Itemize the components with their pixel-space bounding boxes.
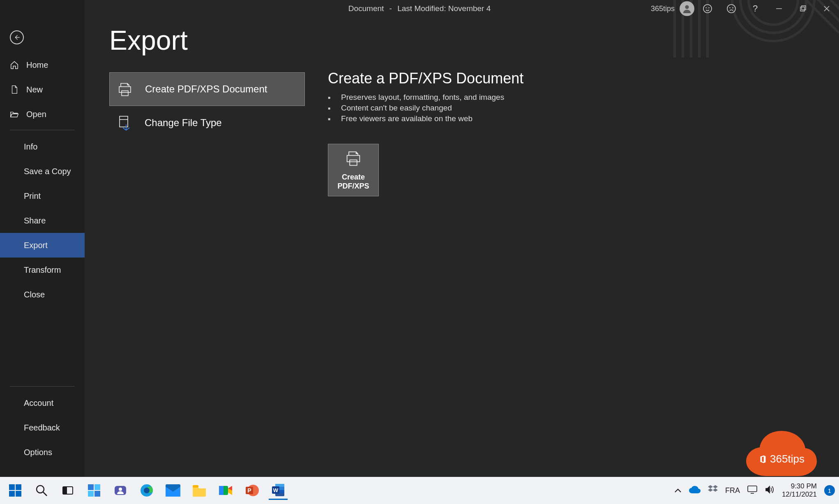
svg-rect-16 xyxy=(122,91,128,96)
sidebar-item-export[interactable]: Export xyxy=(0,233,85,258)
sidebar-item-feedback[interactable]: Feedback xyxy=(0,415,85,440)
sidebar-item-label: New xyxy=(26,85,43,94)
onedrive-icon[interactable] xyxy=(689,486,701,495)
brand-cloud-text: 365tips xyxy=(770,453,804,465)
detail-bullet: Preserves layout, formatting, fonts, and… xyxy=(328,93,523,102)
back-button[interactable] xyxy=(10,30,24,44)
svg-rect-22 xyxy=(9,491,15,497)
sidebar-divider xyxy=(10,130,75,130)
sidebar-item-options[interactable]: Options xyxy=(0,440,85,465)
task-view-icon[interactable] xyxy=(58,481,77,500)
svg-rect-20 xyxy=(9,484,15,490)
main-panel: Export Create PDF/XPS Document Change Fi… xyxy=(85,0,839,477)
option-label: Change File Type xyxy=(145,117,222,129)
svg-point-35 xyxy=(144,488,150,493)
word-icon[interactable]: W xyxy=(269,481,288,500)
notification-badge[interactable]: 1 xyxy=(824,485,835,496)
svg-rect-49 xyxy=(748,486,757,492)
svg-rect-44 xyxy=(275,484,284,487)
sidebar-item-label: Close xyxy=(24,290,45,299)
powerpoint-icon[interactable]: P xyxy=(242,481,261,500)
printer-icon xyxy=(116,81,134,98)
svg-rect-31 xyxy=(95,491,100,497)
sidebar-item-label: Options xyxy=(24,448,52,457)
volume-icon[interactable] xyxy=(765,485,774,496)
svg-text:P: P xyxy=(247,487,251,494)
mail-icon[interactable] xyxy=(164,481,182,500)
sidebar-item-label: Open xyxy=(26,110,46,119)
export-option-pdfxps[interactable]: Create PDF/XPS Document xyxy=(109,72,305,106)
sidebar-item-label: Home xyxy=(26,60,48,70)
svg-rect-30 xyxy=(88,491,94,497)
svg-rect-28 xyxy=(88,484,94,490)
svg-rect-39 xyxy=(219,486,224,495)
svg-line-25 xyxy=(43,492,47,496)
svg-rect-29 xyxy=(95,484,100,490)
sidebar-item-home[interactable]: Home xyxy=(0,53,85,77)
svg-rect-21 xyxy=(16,484,21,490)
sidebar-item-account[interactable]: Account xyxy=(0,391,85,415)
detail-bullet: Free viewers are available on the web xyxy=(328,114,523,123)
svg-point-33 xyxy=(119,488,122,491)
cast-icon[interactable] xyxy=(747,486,757,496)
sidebar-item-label: Export xyxy=(24,241,48,250)
big-button-label: Create PDF/XPS xyxy=(337,173,369,191)
folder-open-icon xyxy=(10,110,19,119)
taskbar: P W FRA 9:30 PM 12/11/2021 1 xyxy=(0,477,839,504)
teams-icon[interactable] xyxy=(111,481,130,500)
svg-rect-19 xyxy=(350,160,357,166)
export-option-list: Create PDF/XPS Document Change File Type xyxy=(109,72,305,196)
brand-cloud-badge[interactable]: 365tips xyxy=(746,431,817,478)
language-indicator[interactable]: FRA xyxy=(725,486,740,495)
detail-bullet: Content can't be easily changed xyxy=(328,104,523,113)
sidebar-item-info[interactable]: Info xyxy=(0,134,85,159)
create-pdfxps-button[interactable]: Create PDF/XPS xyxy=(328,144,379,196)
sidebar-item-label: Print xyxy=(24,191,41,201)
sidebar-item-transform[interactable]: Transform xyxy=(0,258,85,282)
sidebar-item-label: Save a Copy xyxy=(24,167,71,176)
svg-rect-15 xyxy=(119,87,131,92)
change-filetype-icon xyxy=(116,114,133,131)
meet-icon[interactable] xyxy=(216,481,235,500)
export-option-change-type[interactable]: Change File Type xyxy=(109,106,305,140)
svg-rect-23 xyxy=(16,491,21,497)
search-icon[interactable] xyxy=(32,481,51,500)
explorer-icon[interactable] xyxy=(190,481,209,500)
sidebar-item-new[interactable]: New xyxy=(0,77,85,102)
sidebar-item-label: Share xyxy=(24,216,46,226)
sidebar-item-label: Feedback xyxy=(24,423,60,433)
home-icon xyxy=(10,60,19,69)
svg-point-24 xyxy=(37,486,44,493)
sidebar-item-close[interactable]: Close xyxy=(0,282,85,307)
svg-rect-37 xyxy=(193,485,198,488)
detail-panel: Create a PDF/XPS Document Preserves layo… xyxy=(328,72,523,196)
sidebar: Home New Open Info Save a Copy Print Sha… xyxy=(0,0,85,477)
sidebar-item-label: Info xyxy=(24,142,37,152)
sidebar-item-label: Account xyxy=(24,398,53,408)
page-title: Export xyxy=(109,25,814,56)
sidebar-item-open[interactable]: Open xyxy=(0,102,85,127)
widgets-icon[interactable] xyxy=(85,481,104,500)
office-icon xyxy=(758,455,768,464)
sidebar-item-share[interactable]: Share xyxy=(0,208,85,233)
sidebar-item-print[interactable]: Print xyxy=(0,184,85,208)
detail-bullets: Preserves layout, formatting, fonts, and… xyxy=(328,93,523,123)
sidebar-divider xyxy=(10,386,75,387)
svg-rect-27 xyxy=(63,487,67,494)
svg-rect-17 xyxy=(120,116,128,127)
edge-icon[interactable] xyxy=(137,481,156,500)
tray-overflow-icon[interactable] xyxy=(674,486,682,495)
svg-text:W: W xyxy=(273,487,279,493)
detail-title: Create a PDF/XPS Document xyxy=(328,70,523,87)
option-label: Create PDF/XPS Document xyxy=(145,83,267,95)
start-button[interactable] xyxy=(6,481,25,500)
dropbox-icon[interactable] xyxy=(708,485,718,496)
svg-rect-18 xyxy=(347,156,360,162)
file-icon xyxy=(10,85,19,94)
printer-icon xyxy=(344,149,362,169)
sidebar-item-label: Transform xyxy=(24,265,61,275)
sidebar-item-save-copy[interactable]: Save a Copy xyxy=(0,159,85,184)
clock[interactable]: 9:30 PM 12/11/2021 xyxy=(782,482,817,498)
